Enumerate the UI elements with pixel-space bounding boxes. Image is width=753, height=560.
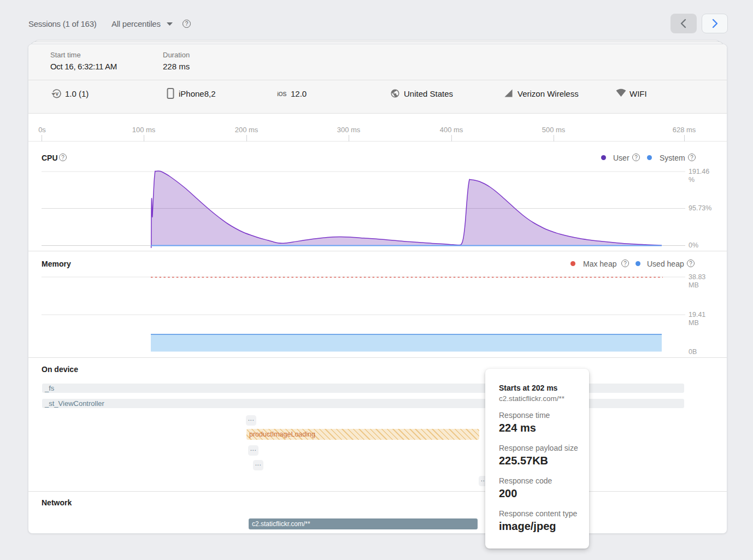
svg-text:iOS: iOS: [277, 91, 286, 97]
svg-text:v: v: [55, 91, 58, 97]
